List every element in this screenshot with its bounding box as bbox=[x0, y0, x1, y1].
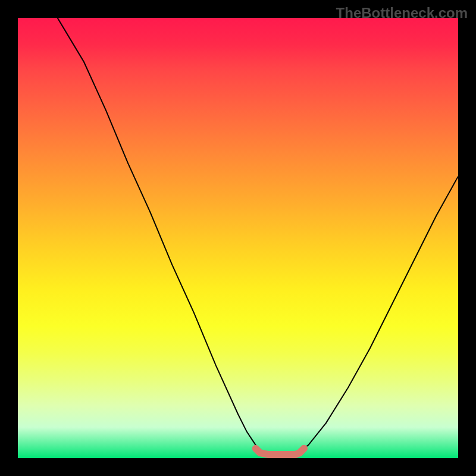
left-curve bbox=[58, 18, 265, 455]
plot-area bbox=[18, 18, 458, 458]
chart-svg bbox=[18, 18, 458, 458]
right-curve bbox=[295, 176, 458, 455]
watermark-text: TheBottleneck.com bbox=[336, 5, 468, 21]
marker-band bbox=[256, 449, 304, 455]
